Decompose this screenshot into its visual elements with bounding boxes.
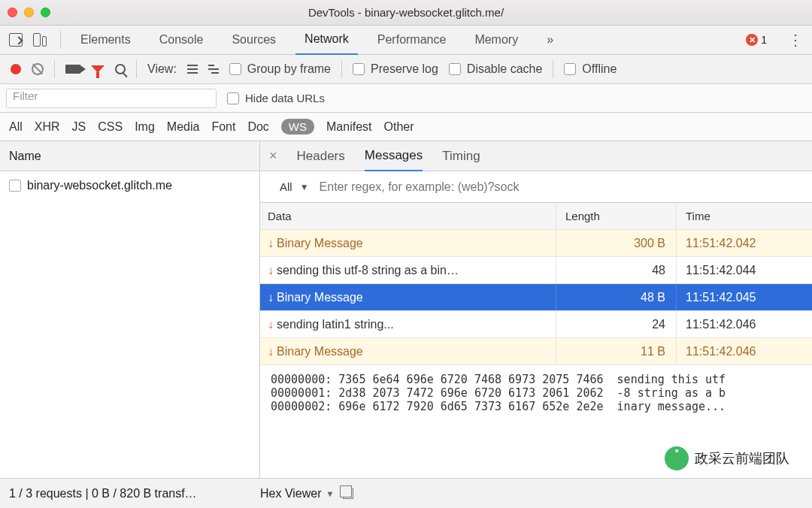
table-header: Data Length Time	[260, 203, 812, 230]
type-font[interactable]: Font	[211, 120, 235, 134]
messages-toolbar: All ▼	[260, 171, 812, 203]
preserve-log[interactable]: Preserve log	[353, 62, 438, 76]
down-arrow-icon: ↓	[268, 264, 274, 277]
checkbox-icon[interactable]	[353, 63, 365, 75]
type-ws[interactable]: WS	[281, 119, 314, 135]
view-label: View:	[147, 62, 177, 76]
close-button[interactable]	[8, 8, 17, 17]
hide-data-urls[interactable]: Hide data URLs	[227, 92, 325, 104]
table-row[interactable]: ↓sending this utf-8 string as a bin…4811…	[260, 257, 812, 284]
inspect-icon[interactable]	[9, 33, 23, 47]
offline-toggle[interactable]: Offline	[564, 62, 617, 76]
message-regex-input[interactable]	[320, 180, 803, 194]
minimize-button[interactable]	[24, 8, 34, 17]
checkbox-icon[interactable]	[449, 63, 461, 75]
detail-tabs: × Headers Messages Timing	[260, 141, 812, 171]
checkbox-icon[interactable]	[564, 63, 576, 75]
request-name: binary-websocket.glitch.me	[27, 179, 172, 192]
window-titlebar: DevTools - binary-websocket.glitch.me/	[0, 0, 812, 26]
detail-tab-timing[interactable]: Timing	[442, 141, 480, 171]
record-button[interactable]	[11, 64, 21, 74]
divider	[553, 60, 553, 78]
type-other[interactable]: Other	[384, 120, 414, 134]
detail-tab-messages[interactable]: Messages	[365, 141, 423, 171]
window-controls	[8, 8, 50, 17]
type-css[interactable]: CSS	[98, 120, 123, 134]
table-row[interactable]: ↓Binary Message300 B11:51:42.042	[260, 230, 812, 257]
filter-input[interactable]: Filter	[6, 89, 217, 108]
watermark: ॱ 政采云前端团队	[665, 446, 789, 470]
type-media[interactable]: Media	[167, 120, 200, 134]
request-item[interactable]: binary-websocket.glitch.me	[0, 171, 259, 200]
msg-text: Binary Message	[277, 345, 363, 358]
hex-viewer: 00000000: 7365 6e64 696e 6720 7468 6973 …	[260, 365, 812, 421]
type-xhr[interactable]: XHR	[35, 120, 60, 134]
watermark-text: 政采云前端团队	[695, 449, 789, 467]
name-header[interactable]: Name	[0, 141, 259, 171]
detail-tab-headers[interactable]: Headers	[297, 141, 345, 171]
type-manifest[interactable]: Manifest	[326, 120, 371, 134]
resource-type-row: All XHR JS CSS Img Media Font Doc WS Man…	[0, 113, 812, 141]
type-all[interactable]: All	[9, 120, 23, 134]
tab-elements[interactable]: Elements	[71, 26, 140, 55]
tab-sources[interactable]: Sources	[223, 26, 285, 55]
msg-time: 11:51:42.044	[677, 257, 812, 283]
table-row[interactable]: ↓Binary Message48 B11:51:42.045	[260, 284, 812, 311]
close-icon[interactable]: ×	[269, 148, 277, 164]
msg-time: 11:51:42.046	[677, 338, 812, 364]
status-bar: 1 / 3 requests | 0 B / 820 B transf… Hex…	[0, 478, 812, 508]
down-arrow-icon: ↓	[268, 318, 274, 331]
tab-performance[interactable]: Performance	[368, 26, 456, 55]
tab-more[interactable]: »	[538, 26, 562, 55]
tab-network[interactable]: Network	[295, 26, 358, 55]
request-list: Name binary-websocket.glitch.me	[0, 141, 260, 478]
file-icon	[9, 180, 21, 192]
chevron-down-icon: ▼	[326, 489, 335, 498]
checkbox-icon[interactable]	[227, 92, 239, 104]
msg-time: 11:51:42.045	[677, 284, 812, 310]
waterfall-icon[interactable]	[208, 65, 219, 74]
divider	[54, 60, 55, 78]
hex-viewer-select[interactable]: Hex Viewer ▼	[260, 487, 334, 500]
error-count: 1	[761, 34, 767, 46]
message-filter-select[interactable]: All ▼	[280, 180, 309, 193]
type-js[interactable]: JS	[72, 120, 86, 134]
msg-text: Binary Message	[277, 237, 363, 250]
type-img[interactable]: Img	[135, 120, 155, 134]
maximize-button[interactable]	[41, 8, 50, 17]
divider	[341, 60, 342, 78]
col-time[interactable]: Time	[677, 203, 812, 229]
device-toggle-icon[interactable]	[33, 33, 50, 47]
search-icon[interactable]	[115, 64, 126, 74]
col-data[interactable]: Data	[260, 203, 556, 229]
msg-length: 24	[556, 311, 677, 337]
checkbox-icon[interactable]	[229, 63, 241, 75]
request-stats: 1 / 3 requests | 0 B / 820 B transf…	[9, 487, 260, 500]
copy-icon[interactable]	[343, 488, 353, 499]
col-length[interactable]: Length	[556, 203, 677, 229]
error-icon: ✕	[746, 34, 758, 46]
clear-icon[interactable]	[32, 63, 44, 75]
msg-time: 11:51:42.042	[677, 230, 812, 256]
kebab-menu[interactable]: ⋮	[788, 32, 803, 47]
table-row[interactable]: ↓Binary Message11 B11:51:42.046	[260, 338, 812, 365]
large-rows-icon[interactable]	[187, 65, 198, 74]
divider	[60, 31, 61, 49]
tab-console[interactable]: Console	[150, 26, 213, 55]
msg-length: 11 B	[556, 338, 677, 364]
watermark-icon: ॱ	[665, 446, 689, 470]
screenshot-icon[interactable]	[65, 65, 80, 74]
disable-cache[interactable]: Disable cache	[449, 62, 543, 76]
error-badge[interactable]: ✕ 1	[746, 34, 767, 46]
detail-pane: × Headers Messages Timing All ▼ Data Len…	[260, 141, 812, 478]
down-arrow-icon: ↓	[268, 291, 274, 304]
table-row[interactable]: ↓sending latin1 string...2411:51:42.046	[260, 311, 812, 338]
type-doc[interactable]: Doc	[247, 120, 268, 134]
panel-tabbar: Elements Console Sources Network Perform…	[0, 26, 812, 55]
tab-memory[interactable]: Memory	[465, 26, 527, 55]
window-title: DevTools - binary-websocket.glitch.me/	[308, 6, 504, 19]
filter-icon[interactable]	[91, 65, 105, 73]
group-by-frame[interactable]: Group by frame	[229, 62, 331, 76]
msg-text: Binary Message	[277, 291, 363, 304]
down-arrow-icon: ↓	[268, 237, 274, 250]
